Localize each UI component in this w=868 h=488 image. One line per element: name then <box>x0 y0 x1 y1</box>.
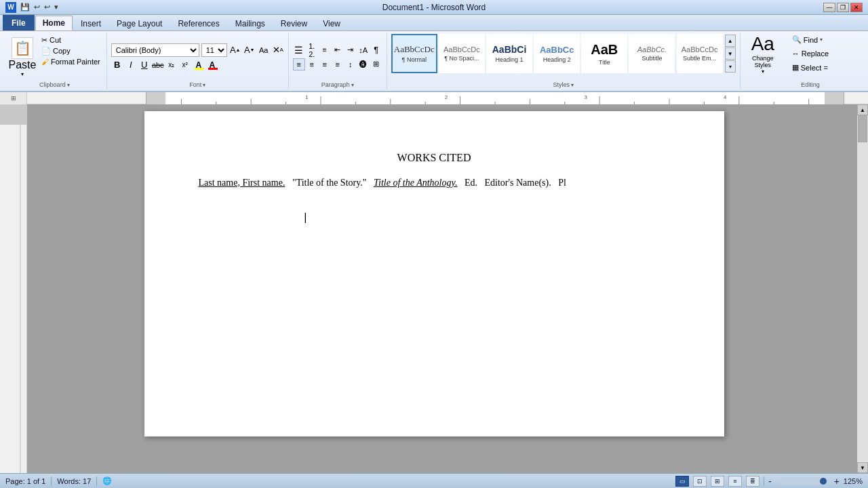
clipboard-expander[interactable]: ▾ <box>67 82 70 88</box>
replace-button[interactable]: ↔ Replace <box>789 48 831 59</box>
title-bar: W 💾 ↩ ↩ ▾ Document1 - Microsoft Word — ❐… <box>0 0 868 15</box>
increase-indent-button[interactable]: ⇥ <box>344 44 357 56</box>
style-subtle-emphasis-label: Subtle Em... <box>683 55 716 62</box>
outline-view-btn[interactable]: ≡ <box>728 476 742 487</box>
style-subtitle-label: Subtitle <box>642 55 662 62</box>
show-formatting-button[interactable]: ¶ <box>370 44 382 56</box>
change-styles-button[interactable]: Aa ChangeStyles ▾ <box>745 34 781 73</box>
style-no-spacing[interactable]: AaBbCcDc ¶ No Spaci... <box>439 34 485 73</box>
customize-qa-btn[interactable]: ▾ <box>53 3 60 12</box>
zoom-slider[interactable] <box>776 478 830 485</box>
sort-button[interactable]: ↕A <box>357 44 370 56</box>
paste-button[interactable]: 📋 Paste ▾ <box>7 35 38 79</box>
select-button[interactable]: ▦ Select = <box>789 62 831 73</box>
ruler-track: 1 2 3 4 <box>146 92 844 104</box>
scroll-up-arrow[interactable]: ▲ <box>857 104 868 115</box>
font-expander[interactable]: ▾ <box>203 82 205 88</box>
save-qa-btn[interactable]: 💾 <box>19 3 31 12</box>
style-normal[interactable]: AaBbCcDc ¶ Normal <box>391 34 437 73</box>
subscript-button[interactable]: x₂ <box>165 59 178 71</box>
document-area[interactable]: ▲ ▼ WORKS CITED | Last name, First name.… <box>0 104 868 473</box>
tab-review[interactable]: Review <box>273 16 315 30</box>
italic-button[interactable]: I <box>125 59 137 71</box>
change-case-button[interactable]: Aa <box>258 44 270 56</box>
undo-qa-btn[interactable]: ↩ <box>33 3 41 12</box>
styles-scroll-up[interactable]: ▲ <box>725 35 736 47</box>
tab-mailings[interactable]: Mailings <box>228 16 273 30</box>
title-bar-title: Document1 - Microsoft Word <box>382 3 486 12</box>
align-center-button[interactable]: ≡ <box>306 58 318 70</box>
tab-references[interactable]: References <box>170 16 226 30</box>
citation-line[interactable]: Last name, First name. "Title of the Sto… <box>219 178 670 188</box>
multilevel-list-button[interactable]: ≡ <box>319 44 331 56</box>
minimize-button[interactable]: — <box>823 3 835 12</box>
citation-place: Pl <box>558 178 566 188</box>
justify-button[interactable]: ≡ <box>332 58 344 70</box>
styles-content: AaBbCcDc ¶ Normal AaBbCcDc ¶ No Spaci...… <box>391 34 736 80</box>
close-button[interactable]: ✕ <box>850 3 863 12</box>
styles-scroll-down[interactable]: ▼ <box>725 47 736 60</box>
scroll-thumb[interactable] <box>858 115 867 142</box>
scroll-down-arrow[interactable]: ▼ <box>857 462 868 473</box>
cut-button[interactable]: ✂ Cut <box>39 35 102 45</box>
cut-icon: ✂ <box>41 36 47 45</box>
format-painter-icon: 🖌 <box>41 58 49 66</box>
find-label: Find <box>804 36 818 44</box>
highlight-color-button[interactable]: A <box>193 59 205 71</box>
paragraph-group-label: Paragraph ▾ <box>321 81 354 88</box>
bullets-button[interactable]: ☰ <box>293 44 305 56</box>
find-button[interactable]: 🔍 Find ▾ <box>789 34 825 45</box>
grow-font-button[interactable]: A▲ <box>229 44 241 56</box>
styles-expander[interactable]: ▾ <box>571 82 574 88</box>
styles-expand-btn[interactable]: ▾ <box>725 60 736 73</box>
tab-insert[interactable]: Insert <box>73 16 108 30</box>
change-styles-label: ChangeStyles <box>752 55 774 68</box>
format-painter-button[interactable]: 🖌 Format Painter <box>39 57 102 66</box>
print-layout-view-btn[interactable]: ▭ <box>675 476 689 487</box>
numbering-button[interactable]: 1.2. <box>306 44 318 56</box>
superscript-button[interactable]: x² <box>179 59 191 71</box>
zoom-minus-btn[interactable]: - <box>768 476 772 487</box>
restore-button[interactable]: ❐ <box>837 3 849 12</box>
draft-view-btn[interactable]: ≣ <box>746 476 760 487</box>
style-subtitle[interactable]: AaBbCc. Subtitle <box>629 34 675 73</box>
copy-button[interactable]: 📄 Copy <box>39 46 102 56</box>
clipboard-group-label: Clipboard ▾ <box>39 81 70 88</box>
underline-button[interactable]: U <box>138 59 151 71</box>
language-icon[interactable]: 🌐 <box>102 476 112 485</box>
font-color-button[interactable]: A <box>206 59 218 71</box>
zoom-thumb[interactable] <box>820 478 827 485</box>
zoom-plus-btn[interactable]: + <box>834 476 840 487</box>
align-left-button[interactable]: ≡ <box>293 58 305 70</box>
tab-page-layout[interactable]: Page Layout <box>109 16 170 30</box>
strikethrough-button[interactable]: abc <box>152 59 164 71</box>
line-spacing-button[interactable]: ↕ <box>344 58 357 70</box>
full-screen-view-btn[interactable]: ⊡ <box>693 476 707 487</box>
shrink-font-button[interactable]: A▼ <box>243 44 256 56</box>
bold-button[interactable]: B <box>111 59 123 71</box>
redo-qa-btn[interactable]: ↩ <box>43 3 52 12</box>
paragraph-expander[interactable]: ▾ <box>351 82 354 88</box>
align-right-button[interactable]: ≡ <box>319 58 331 70</box>
tab-file[interactable]: File <box>3 15 35 30</box>
style-title[interactable]: AaB Title <box>581 34 627 73</box>
document-page[interactable]: WORKS CITED | Last name, First name. "Ti… <box>144 111 724 436</box>
styles-group: AaBbCcDc ¶ Normal AaBbCcDc ¶ No Spaci...… <box>387 33 741 89</box>
tab-home[interactable]: Home <box>35 16 73 30</box>
shading-button[interactable]: 🅐 <box>357 58 370 70</box>
scroll-track[interactable] <box>857 115 868 462</box>
borders-button[interactable]: ⊞ <box>370 58 382 70</box>
style-subtle-emphasis[interactable]: AaBbCcDc Subtle Em... <box>677 34 723 73</box>
citation-editors: Editor's Name(s). <box>484 178 551 188</box>
clear-formatting-button[interactable]: ✕A <box>272 44 284 56</box>
style-heading2[interactable]: AaBbCc Heading 2 <box>534 34 580 73</box>
title-bar-left: W 💾 ↩ ↩ ▾ <box>5 2 60 13</box>
font-row2: B I U abc x₂ x² A A <box>111 59 284 71</box>
decrease-indent-button[interactable]: ⇤ <box>332 44 344 56</box>
web-layout-view-btn[interactable]: ⊞ <box>711 476 724 487</box>
font-name-select[interactable]: Calibri (Body) <box>111 43 199 57</box>
style-heading1[interactable]: AaBbCi Heading 1 <box>486 34 532 73</box>
paste-dropdown-arrow[interactable]: ▾ <box>21 71 24 77</box>
font-size-select[interactable]: 11 <box>201 43 227 57</box>
tab-view[interactable]: View <box>315 16 348 30</box>
